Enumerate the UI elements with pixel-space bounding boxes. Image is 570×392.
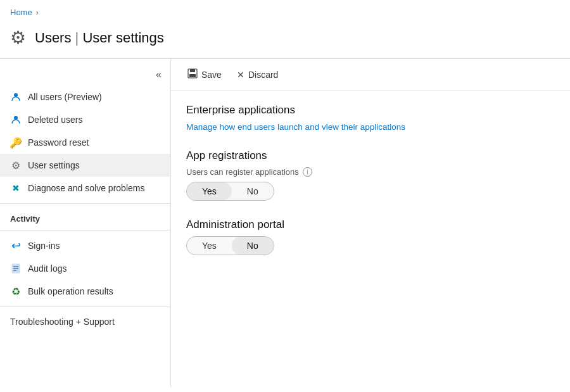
gear-icon: ⚙ <box>10 27 26 48</box>
save-button[interactable]: Save <box>181 65 228 84</box>
svg-point-1 <box>14 116 18 120</box>
sidebar-item-bulk-operations[interactable]: ♻ Bulk operation results <box>0 280 170 303</box>
app-reg-yes-button[interactable]: Yes <box>187 182 232 200</box>
svg-rect-8 <box>189 74 196 77</box>
signin-icon: ↩ <box>10 240 22 251</box>
bulk-icon: ♻ <box>10 286 22 297</box>
admin-portal-no-button[interactable]: No <box>232 237 274 255</box>
sidebar: « All users (Preview) Deleted users <box>0 59 171 388</box>
key-icon: 🔑 <box>10 137 22 148</box>
svg-point-0 <box>14 93 18 97</box>
app-reg-no-button[interactable]: No <box>232 182 274 200</box>
sidebar-item-label: Troubleshooting + Support <box>10 317 115 327</box>
content-area: Save ✕ Discard Enterprise applications M… <box>171 59 570 388</box>
app-registrations-title: App registrations <box>186 149 555 162</box>
activity-divider <box>0 230 170 231</box>
page-title: Users | User settings <box>35 30 164 46</box>
page-header: ⚙ Users | User settings <box>0 22 570 59</box>
discard-button[interactable]: ✕ Discard <box>231 66 284 83</box>
activity-section-label: Activity <box>0 208 170 226</box>
support-divider <box>0 307 170 307</box>
sidebar-divider <box>0 203 170 204</box>
breadcrumb: Home › <box>0 0 570 22</box>
enterprise-applications-section: Enterprise applications Manage how end u… <box>186 104 555 132</box>
sidebar-item-sign-ins[interactable]: ↩ Sign-ins <box>0 234 170 257</box>
sidebar-item-label: Deleted users <box>28 115 82 125</box>
app-registrations-toggle: Yes No <box>186 182 274 201</box>
discard-icon: ✕ <box>237 70 244 80</box>
info-icon[interactable]: i <box>303 167 312 177</box>
sidebar-item-label: Password reset <box>28 137 89 148</box>
sidebar-item-label: Sign-ins <box>28 241 60 251</box>
field-label-text: Users can register applications <box>186 167 299 177</box>
save-label: Save <box>201 70 222 80</box>
sidebar-item-label: Diagnose and solve problems <box>28 183 144 193</box>
sidebar-item-all-users[interactable]: All users (Preview) <box>0 85 170 108</box>
sidebar-item-user-settings[interactable]: ⚙ User settings <box>0 154 170 177</box>
admin-portal-section: Administration portal Yes No <box>186 218 555 255</box>
breadcrumb-separator: › <box>36 8 39 17</box>
app-registrations-field-label: Users can register applications i <box>186 167 555 177</box>
audit-icon <box>10 263 22 274</box>
admin-portal-toggle: Yes No <box>186 236 274 255</box>
sidebar-item-password-reset[interactable]: 🔑 Password reset <box>0 131 170 154</box>
svg-rect-7 <box>190 69 195 72</box>
save-icon <box>187 68 198 81</box>
user-icon <box>10 91 22 103</box>
enterprise-apps-link[interactable]: Manage how end users launch and view the… <box>186 122 405 132</box>
breadcrumb-home[interactable]: Home <box>10 8 32 17</box>
diagnose-icon: ✖ <box>10 182 22 194</box>
discard-label: Discard <box>248 70 278 80</box>
admin-portal-title: Administration portal <box>186 218 555 231</box>
sidebar-item-deleted-users[interactable]: Deleted users <box>0 108 170 131</box>
toolbar: Save ✕ Discard <box>171 59 570 91</box>
sidebar-item-audit-logs[interactable]: Audit logs <box>0 257 170 280</box>
sidebar-item-diagnose[interactable]: ✖ Diagnose and solve problems <box>0 177 170 199</box>
sidebar-item-label: Bulk operation results <box>28 286 113 296</box>
content-body: Enterprise applications Manage how end u… <box>171 91 570 286</box>
sidebar-item-label: All users (Preview) <box>28 92 102 102</box>
deleted-user-icon <box>10 114 22 125</box>
sidebar-item-label: Audit logs <box>28 263 66 274</box>
settings-icon: ⚙ <box>10 160 22 171</box>
collapse-sidebar-button[interactable]: « <box>153 66 164 83</box>
admin-portal-yes-button[interactable]: Yes <box>187 237 232 255</box>
enterprise-apps-title: Enterprise applications <box>186 104 555 117</box>
app-registrations-section: App registrations Users can register app… <box>186 149 555 201</box>
sidebar-item-troubleshooting[interactable]: Troubleshooting + Support <box>0 311 170 332</box>
sidebar-item-label: User settings <box>28 160 80 170</box>
